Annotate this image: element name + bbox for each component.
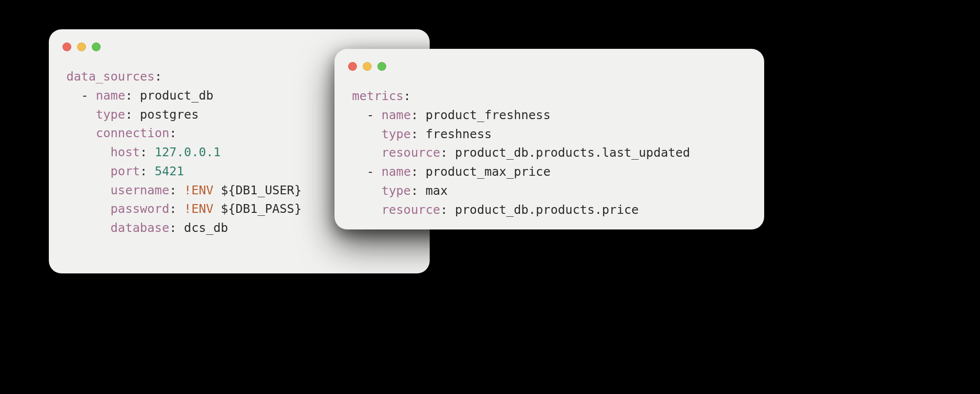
code-window-metrics: metrics: - name: product_freshness type:… [334,49,764,229]
zoom-icon[interactable] [92,42,101,51]
yaml-value: product_db.products.last_updated [455,145,690,160]
code-block-metrics: metrics: - name: product_freshness type:… [334,73,764,233]
yaml-key: type [96,107,125,122]
close-icon[interactable] [348,62,357,71]
yaml-key: database [110,221,169,235]
yaml-key: type [381,184,411,198]
yaml-key: host [110,145,140,159]
yaml-key: type [381,127,411,141]
minimize-icon[interactable] [363,62,372,71]
zoom-icon[interactable] [377,62,386,71]
yaml-value: max [426,184,448,198]
yaml-value: 5421 [155,164,184,178]
yaml-key: port [110,164,140,178]
close-icon[interactable] [63,42,71,51]
yaml-key: resource [381,145,440,160]
yaml-value: product_freshness [426,108,551,122]
yaml-key: connection [96,126,169,140]
yaml-key: resource [381,203,440,217]
window-titlebar [334,49,764,73]
yaml-value: product_max_price [426,165,551,179]
yaml-value: postgres [140,107,199,122]
yaml-tag: !ENV [184,202,213,216]
yaml-value: ${DB1_USER} [221,183,302,197]
yaml-key: data_sources [66,69,155,83]
yaml-value: dcs_db [184,221,228,235]
yaml-key: metrics [352,89,403,103]
yaml-value: product_db [140,88,214,103]
yaml-key: password [110,202,169,216]
yaml-value: product_db.products.price [455,203,639,217]
yaml-key: name [381,165,411,179]
yaml-value: 127.0.0.1 [155,145,221,159]
minimize-icon[interactable] [77,42,86,51]
yaml-value: ${DB1_PASS} [221,202,302,216]
yaml-tag: !ENV [184,183,213,197]
stage: data_sources: - name: product_db type: p… [0,0,980,394]
yaml-key: name [381,108,411,122]
yaml-value: freshness [426,127,492,141]
yaml-key: username [110,183,169,197]
yaml-key: name [96,88,125,103]
